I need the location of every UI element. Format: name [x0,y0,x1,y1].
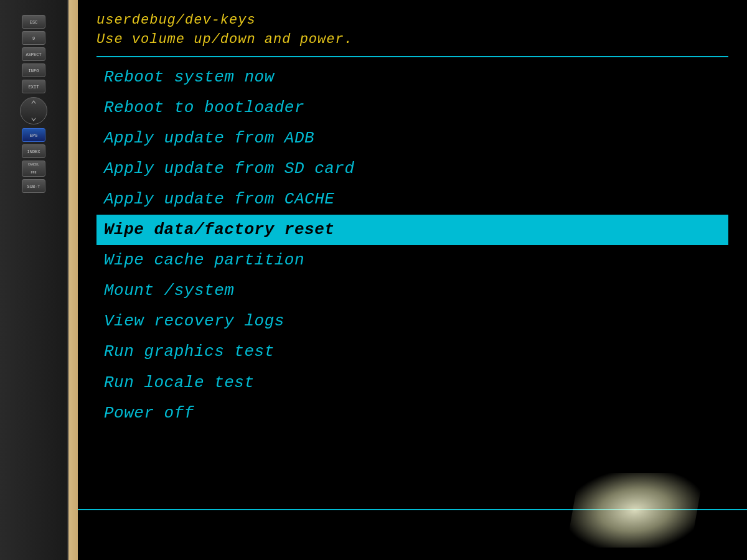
menu-item-reboot-system[interactable]: Reboot system now [96,62,728,93]
menu-item-mount-system[interactable]: Mount /system [96,276,728,306]
menu-item-wipe-cache[interactable]: Wipe cache partition [96,245,728,276]
remote-button-index[interactable]: INDEX [22,144,45,158]
header-line1: userdebug/dev-keys [96,11,728,30]
menu-item-apply-adb[interactable]: Apply update from ADB [96,123,728,154]
remote-nav-ch[interactable]: ⌃⌄ [20,97,47,124]
remote-button-9[interactable]: 9 [22,31,45,45]
remote-button-cancel[interactable]: CANCELPPR [22,161,45,177]
menu-item-view-recovery[interactable]: View recovery logs [96,306,728,337]
screen-glare [566,473,703,548]
menu-item-run-graphics[interactable]: Run graphics test [96,337,728,367]
remote-button-info[interactable]: INFO [22,63,45,77]
menu-item-apply-sd[interactable]: Apply update from SD card [96,154,728,184]
menu-item-apply-cache[interactable]: Apply update from CACHE [96,184,728,215]
remote-button-esc[interactable]: ESC [22,15,45,29]
header-line2: Use volume up/down and power. [96,30,728,50]
recovery-menu: Reboot system now Reboot to bootloader A… [96,62,728,429]
menu-item-wipe-data[interactable]: Wipe data/factory reset [96,215,728,245]
menu-item-reboot-bootloader[interactable]: Reboot to bootloader [96,93,728,123]
remote-button-exit[interactable]: EXIT [22,80,45,93]
menu-item-power-off[interactable]: Power off [96,398,728,429]
remote-button-subt[interactable]: SUB-T [22,179,45,193]
menu-item-run-locale[interactable]: Run locale test [96,368,728,398]
header-section: userdebug/dev-keys Use volume up/down an… [96,11,728,57]
remote-button-epg[interactable]: EPG [22,128,45,142]
remote-control: ESC 9 ASPECT INFO EXIT ⌃⌄ EPG INDEX CANC… [0,0,68,560]
remote-button-aspect[interactable]: ASPECT [22,47,45,61]
